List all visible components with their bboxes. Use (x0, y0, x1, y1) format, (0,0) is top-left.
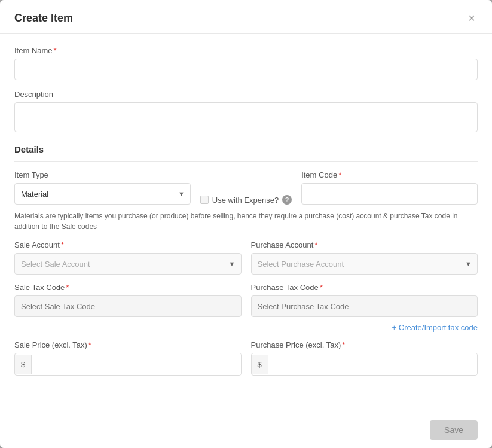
purchase-account-select[interactable]: Select Purchase Account (251, 253, 478, 275)
item-type-select[interactable]: Material (14, 183, 191, 205)
expense-label: Use with Expense? (212, 196, 279, 205)
item-code-required: * (338, 170, 341, 179)
purchase-tax-code-group: Purchase Tax Code* (251, 283, 478, 317)
tax-code-row: Sale Tax Code* Purchase Tax Code* (14, 283, 478, 317)
use-with-expense-checkbox[interactable] (200, 196, 209, 204)
description-input[interactable] (14, 102, 478, 132)
modal-header: Create Item × (0, 0, 492, 34)
item-type-select-wrapper: Material ▼ (14, 183, 191, 205)
item-code-input[interactable] (301, 183, 478, 205)
modal-footer: Save (0, 412, 492, 448)
modal-body: Item Name* Description Details Item Type (0, 34, 492, 412)
sale-tax-code-label: Sale Tax Code* (14, 283, 242, 292)
purchase-account-group: Purchase Account* Select Purchase Accoun… (251, 240, 478, 275)
sale-price-input-wrapper: $ (14, 353, 242, 376)
info-text: Materials are typically items you purcha… (14, 211, 478, 232)
item-name-group: Item Name* (14, 46, 478, 80)
item-name-required: * (54, 46, 57, 55)
sale-price-label: Sale Price (excl. Tax)* (14, 340, 242, 349)
item-code-group: Item Code* (301, 170, 478, 205)
modal-title: Create Item (14, 12, 73, 25)
create-import-link[interactable]: + Create/Import tax code (246, 323, 478, 332)
save-button[interactable]: Save (430, 420, 478, 440)
account-row: Sale Account* Select Sale Account ▼ Purc (14, 240, 478, 275)
create-item-modal: Create Item × Item Name* Description Det… (0, 0, 492, 448)
sale-price-symbol: $ (15, 355, 32, 374)
details-section: Details Item Type Material ▼ (14, 142, 478, 376)
purchase-price-label: Purchase Price (excl. Tax)* (251, 340, 478, 349)
sale-account-group: Sale Account* Select Sale Account ▼ (14, 240, 242, 275)
item-code-label: Item Code* (301, 170, 478, 179)
sale-tax-code-input[interactable] (14, 295, 242, 317)
item-name-label: Item Name* (14, 46, 478, 55)
purchase-account-label: Purchase Account* (251, 240, 478, 249)
purchase-price-input-wrapper: $ (251, 353, 478, 376)
purchase-price-group: Purchase Price (excl. Tax)* $ (251, 340, 478, 376)
modal-overlay: Create Item × Item Name* Description Det… (0, 0, 492, 448)
description-label: Description (14, 90, 478, 99)
purchase-price-input[interactable] (268, 353, 477, 375)
purchase-tax-code-label: Purchase Tax Code* (251, 283, 478, 292)
sale-tax-code-group: Sale Tax Code* (14, 283, 242, 317)
create-import-row: + Create/Import tax code (14, 319, 478, 332)
close-button[interactable]: × (466, 11, 478, 25)
sale-account-wrapper: Select Sale Account ▼ (14, 253, 242, 275)
sale-price-group: Sale Price (excl. Tax)* $ (14, 340, 242, 376)
sale-account-label: Sale Account* (14, 240, 242, 249)
item-type-group: Item Type Material ▼ (14, 170, 191, 205)
description-group: Description (14, 90, 478, 132)
expense-help-icon[interactable]: ? (282, 195, 292, 205)
item-type-label: Item Type (14, 170, 191, 179)
sale-account-select[interactable]: Select Sale Account (14, 253, 242, 275)
purchase-tax-code-input[interactable] (251, 295, 478, 317)
details-section-title: Details (14, 142, 478, 154)
details-divider (14, 161, 478, 162)
purchase-account-wrapper: Select Purchase Account ▼ (251, 253, 478, 275)
sale-price-input[interactable] (32, 353, 240, 375)
item-name-input[interactable] (14, 59, 478, 80)
price-row: Sale Price (excl. Tax)* $ Purchase Price… (14, 340, 478, 376)
purchase-price-symbol: $ (252, 355, 268, 374)
expense-row: Use with Expense? ? (200, 182, 292, 205)
